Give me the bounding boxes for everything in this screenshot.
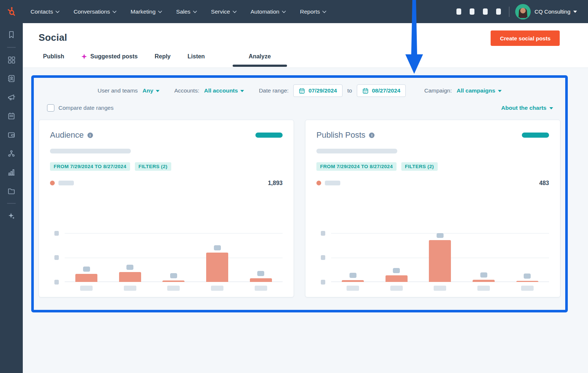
sidebar-divider bbox=[7, 47, 16, 48]
metric-total: 483 bbox=[539, 180, 549, 186]
files-folder-icon[interactable] bbox=[4, 184, 19, 198]
bar-value-skeleton bbox=[480, 272, 487, 278]
x-axis-labels bbox=[331, 286, 549, 291]
reporting-bars-icon[interactable] bbox=[4, 165, 19, 180]
page-header: Social Create social posts Publish Sugge… bbox=[23, 23, 588, 68]
nav-item-sales[interactable]: Sales bbox=[171, 5, 202, 19]
nav-item-marketing[interactable]: Marketing bbox=[125, 5, 168, 19]
chevron-down-icon bbox=[282, 11, 286, 13]
card-menu-skeleton-pill bbox=[522, 133, 549, 138]
info-icon[interactable]: i bbox=[369, 133, 374, 138]
bar bbox=[342, 280, 364, 282]
x-label-slot bbox=[69, 286, 103, 291]
y-tick-skeleton bbox=[321, 255, 325, 260]
accounts-dropdown[interactable]: All accounts bbox=[204, 87, 244, 94]
ai-sparkle-icon[interactable] bbox=[4, 209, 19, 223]
x-label-slot bbox=[336, 286, 370, 291]
bar-value-skeleton bbox=[524, 274, 531, 279]
charts-row: Audience i FROM 7/29/2024 TO 8/27/2024 F… bbox=[39, 120, 560, 297]
bar-group bbox=[113, 233, 147, 282]
x-label-slot bbox=[157, 286, 190, 291]
contacts-book-icon[interactable] bbox=[4, 71, 19, 86]
bar bbox=[516, 281, 538, 282]
page-title: Social bbox=[39, 32, 67, 43]
main-content: Social Create social posts Publish Sugge… bbox=[23, 23, 588, 373]
x-label-skeleton bbox=[390, 286, 403, 291]
compare-date-ranges-control[interactable]: Compare date ranges bbox=[47, 104, 114, 112]
tab-publish[interactable]: Publish bbox=[39, 53, 69, 66]
tab-analyze-active[interactable]: Analyze bbox=[233, 53, 286, 66]
megaphone-icon[interactable] bbox=[4, 90, 19, 105]
chevron-down-icon bbox=[55, 11, 60, 13]
x-label-slot bbox=[380, 286, 413, 291]
subtitle-skeleton bbox=[316, 149, 397, 153]
chevron-down-icon bbox=[322, 11, 326, 13]
bar-group bbox=[244, 233, 278, 282]
date-start-input[interactable]: 07/29/2024 bbox=[293, 84, 343, 97]
bar bbox=[119, 272, 141, 282]
nav-item-automation[interactable]: Automation bbox=[245, 5, 291, 19]
account-menu[interactable]: CQ Consulting bbox=[534, 8, 577, 15]
date-end-input[interactable]: 08/27/2024 bbox=[357, 84, 406, 97]
nav-tool-icon-placeholder-1[interactable] bbox=[456, 8, 461, 15]
x-label-skeleton bbox=[477, 286, 490, 291]
bar-group bbox=[157, 233, 190, 282]
bookmark-icon[interactable] bbox=[4, 28, 19, 42]
accounts-label: Accounts: bbox=[174, 87, 199, 94]
content-notebook-icon[interactable] bbox=[4, 109, 19, 123]
nav-item-reports[interactable]: Reports bbox=[294, 5, 332, 19]
user-teams-label: User and teams bbox=[97, 87, 137, 94]
nav-item-service[interactable]: Service bbox=[205, 5, 242, 19]
workflows-org-icon[interactable] bbox=[4, 146, 19, 161]
compare-date-ranges-label: Compare date ranges bbox=[58, 105, 114, 111]
nav-divider bbox=[509, 7, 509, 17]
nav-tool-icon-placeholder-2[interactable] bbox=[470, 8, 474, 15]
info-icon[interactable]: i bbox=[87, 133, 93, 138]
campaign-dropdown[interactable]: All campaigns bbox=[456, 87, 501, 94]
x-label-skeleton bbox=[211, 286, 223, 291]
publish-posts-card: Publish Posts i FROM 7/29/2024 TO 8/27/2… bbox=[305, 120, 560, 297]
bar-chart bbox=[327, 233, 549, 291]
nav-item-conversations[interactable]: Conversations bbox=[68, 5, 122, 19]
nav-label: Conversations bbox=[74, 8, 110, 15]
tab-label: Listen bbox=[187, 53, 205, 60]
chevron-down-icon bbox=[112, 11, 116, 13]
y-tick-skeleton bbox=[321, 280, 325, 285]
caret-down-icon bbox=[573, 11, 577, 13]
nav-label: Automation bbox=[251, 8, 279, 15]
bar-value-skeleton bbox=[83, 267, 90, 272]
x-label-slot bbox=[510, 286, 544, 291]
about-the-charts-dropdown[interactable]: About the charts bbox=[501, 105, 553, 111]
y-tick-skeleton bbox=[54, 255, 59, 260]
campaign-label: Campaign: bbox=[424, 87, 452, 94]
hubspot-social-analyze-page: Contacts Conversations Marketing Sales S… bbox=[0, 0, 588, 373]
calendar-icon bbox=[362, 88, 369, 94]
bar bbox=[473, 280, 495, 282]
compare-date-ranges-checkbox[interactable] bbox=[47, 104, 54, 112]
nav-tool-icon-placeholder-4[interactable] bbox=[496, 8, 501, 15]
accounts-value: All accounts bbox=[204, 87, 238, 94]
tab-suggested-posts[interactable]: Suggested posts bbox=[77, 53, 142, 66]
bar-group bbox=[380, 233, 413, 282]
hubspot-logo[interactable] bbox=[0, 6, 23, 17]
nav-item-contacts[interactable]: Contacts bbox=[25, 5, 65, 19]
tab-bar: Publish Suggested posts Reply Listen Ana… bbox=[39, 51, 560, 66]
x-label-slot bbox=[113, 286, 147, 291]
tab-reply[interactable]: Reply bbox=[150, 53, 175, 66]
nav-tool-icon-placeholder-3[interactable] bbox=[483, 8, 488, 15]
legend-row: 1,893 bbox=[50, 180, 283, 186]
highlighted-analyze-panel: User and teams Any Accounts: All account… bbox=[31, 75, 568, 312]
campaign-value: All campaigns bbox=[456, 87, 495, 94]
bars bbox=[65, 233, 283, 282]
grid-workspace-icon[interactable] bbox=[4, 52, 19, 67]
user-teams-dropdown[interactable]: Any bbox=[143, 87, 159, 94]
avatar-photo bbox=[515, 4, 531, 19]
bar bbox=[429, 240, 451, 282]
commerce-wallet-icon[interactable] bbox=[4, 127, 19, 142]
create-social-posts-button[interactable]: Create social posts bbox=[491, 30, 560, 46]
bar bbox=[162, 280, 184, 282]
secondary-controls-row: Compare date ranges About the charts bbox=[39, 104, 560, 112]
tab-listen[interactable]: Listen bbox=[183, 53, 209, 66]
user-avatar[interactable] bbox=[515, 4, 531, 19]
nav-label: Sales bbox=[176, 8, 190, 15]
